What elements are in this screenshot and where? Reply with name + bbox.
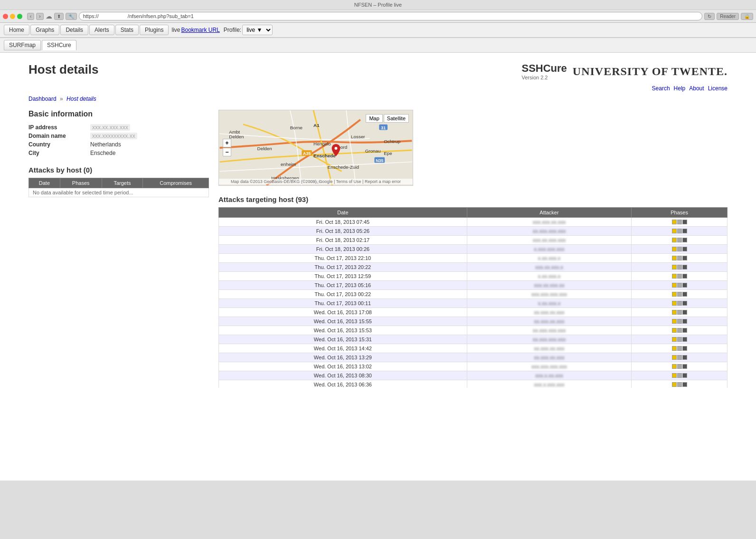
app-toolbar: Home Graphs Details Alerts Stats Plugins… <box>0 23 756 38</box>
license-link[interactable]: License <box>708 85 728 92</box>
attacker-cell: xx.xxx.xx.xxx <box>467 317 631 326</box>
ip-value: xxx.xx.xxx.xxx <box>90 124 130 131</box>
share-button[interactable]: ⬆ <box>54 13 64 20</box>
map-controls: Map Satellite <box>366 114 409 123</box>
table-row[interactable]: Wed. Oct 16, 2013 15:53xx.xxx.xxx.xxx <box>219 326 728 335</box>
table-row[interactable]: Thu. Oct 17, 2013 00:11x.xx.xxx.x <box>219 299 728 308</box>
table-row[interactable]: Wed. Oct 16, 2013 15:55xx.xxx.xx.xxx <box>219 317 728 326</box>
table-row[interactable]: Thu. Oct 17, 2013 00:22xxx.xxx.xxx.xxx <box>219 290 728 299</box>
table-row[interactable]: Wed. Oct 16, 2013 08:30xxx.x.xx.xxx <box>219 371 728 380</box>
table-row[interactable]: Wed. Oct 16, 2013 13:29xx.xxx.xx.xxx <box>219 353 728 362</box>
phase-box-1 <box>677 238 682 242</box>
table-row[interactable]: Wed. Oct 16, 2013 13:02xxx.xxx.xxx.xxx <box>219 362 728 371</box>
browser-titlebar: NFSEN – Profile live <box>0 0 756 10</box>
phase-box-0 <box>672 247 677 251</box>
phase-box-1 <box>677 364 682 369</box>
profile-select[interactable]: live ▼ <box>242 25 273 35</box>
table-row[interactable]: Thu. Oct 17, 2013 20:22xxx.xx.xxx.x <box>219 263 728 272</box>
plugins-button[interactable]: Plugins <box>140 25 169 35</box>
address-bar[interactable] <box>79 12 703 20</box>
host-details-link[interactable]: Host details <box>66 96 96 102</box>
bookmark-url-link[interactable]: Bookmark URL <box>181 27 219 33</box>
attacks-targeting-title: Attacks targeting host (93) <box>218 195 728 203</box>
attacker-cell: xx.xxx.xxx.xxx <box>467 335 631 344</box>
page-header: Host details SSHCure Version 2.2 UNIVERS… <box>0 53 756 85</box>
date-cell: Fri. Oct 18, 2013 02:17 <box>219 236 467 245</box>
table-row[interactable]: Thu. Oct 17, 2013 22:10x.xx.xxx.x <box>219 254 728 263</box>
table-row[interactable]: Thu. Oct 17, 2013 05:16xxx.xx.xxx.xx <box>219 281 728 290</box>
phase-box-0 <box>672 220 677 224</box>
phase-box-2 <box>682 292 687 297</box>
attacks-targeting-table-wrap[interactable]: Date Attacker Phases Fri. Oct 18, 2013 0… <box>218 207 728 388</box>
secure-button[interactable]: 🔒 <box>741 13 753 20</box>
table-row[interactable]: Fri. Oct 18, 2013 02:17xxx.xx.xxx.xxx <box>219 236 728 245</box>
phase-box-0 <box>672 373 677 378</box>
zoom-in-button[interactable]: + <box>223 139 231 147</box>
phase-box-2 <box>682 337 687 342</box>
back-button[interactable]: ‹ <box>27 13 34 20</box>
phase-box-0 <box>672 265 677 270</box>
map-label-gronau: Gronau <box>365 148 381 154</box>
browser-title: NFSEN – Profile live <box>354 2 402 8</box>
phases-cell <box>632 299 728 308</box>
phase-box-2 <box>682 247 687 251</box>
attacker-cell: x.xx.xxx.x <box>467 254 631 263</box>
about-link[interactable]: About <box>689 85 704 92</box>
table-row[interactable]: Thu. Oct 17, 2013 12:59x.xx.xxx.x <box>219 272 728 281</box>
sshcure-tab[interactable]: SSHCure <box>42 40 76 50</box>
breadcrumb-separator: » <box>60 96 65 102</box>
table-row[interactable]: Fri. Oct 18, 2013 05:26xx.xxx.xxx.xxx <box>219 227 728 236</box>
help-link[interactable]: Help <box>674 85 686 92</box>
forward-button[interactable]: › <box>36 13 43 20</box>
surfmap-tab[interactable]: SURFmap <box>4 40 41 50</box>
table-row[interactable]: Wed. Oct 16, 2013 06:36xxx.x.xxx.xxx <box>219 380 728 388</box>
table-row[interactable]: Wed. Oct 16, 2013 14:42xx.xxx.xx.xxx <box>219 344 728 353</box>
map-pin-center <box>335 147 338 150</box>
home-button[interactable]: Home <box>4 25 29 35</box>
maximize-button[interactable] <box>17 14 22 19</box>
table-row[interactable]: Wed. Oct 16, 2013 17:08xx.xxx.xx.xxx <box>219 308 728 317</box>
table-row[interactable]: Fri. Oct 18, 2013 00:26x.xxx.xxx.xxx <box>219 245 728 254</box>
phases-cell <box>632 362 728 371</box>
map-label-enschede: Enschede <box>313 153 336 158</box>
phase-box-2 <box>682 283 687 288</box>
reload-button[interactable]: ↻ <box>704 13 715 20</box>
alerts-button[interactable]: Alerts <box>89 25 114 35</box>
attacker-cell: x.xxx.xxx.xxx <box>467 245 631 254</box>
phase-box-1 <box>677 319 682 324</box>
map-label-a1: A1 <box>313 123 320 128</box>
search-link[interactable]: Search <box>652 85 670 92</box>
stats-button[interactable]: Stats <box>115 25 139 35</box>
phases-cell <box>632 335 728 344</box>
close-button[interactable] <box>3 14 8 19</box>
phase-box-2 <box>682 301 687 306</box>
table-row[interactable]: Fri. Oct 18, 2013 07:45xxx.xxx.xx.xxx <box>219 218 728 227</box>
date-cell: Wed. Oct 16, 2013 15:53 <box>219 326 467 335</box>
map-label-enhet: enheim <box>281 162 296 167</box>
phase-box-0 <box>672 364 677 369</box>
details-button[interactable]: Details <box>60 25 88 35</box>
phases-cell <box>632 254 728 263</box>
phases-cell <box>632 227 728 236</box>
main-content: Host details SSHCure Version 2.2 UNIVERS… <box>0 53 756 481</box>
table-row[interactable]: Wed. Oct 16, 2013 15:31xx.xxx.xxx.xxx <box>219 335 728 344</box>
page-title: Host details <box>28 62 98 77</box>
traffic-lights <box>3 14 22 19</box>
country-label: Country <box>28 141 90 148</box>
satellite-button[interactable]: Satellite <box>384 114 409 123</box>
reader-button[interactable]: Reader <box>717 13 739 20</box>
date-cell: Thu. Oct 17, 2013 00:11 <box>219 299 467 308</box>
map-button[interactable]: Map <box>366 114 382 123</box>
tools-button[interactable]: 🔧 <box>66 13 77 20</box>
graphs-button[interactable]: Graphs <box>30 25 59 35</box>
dashboard-link[interactable]: Dashboard <box>28 96 57 102</box>
map-label-losser: Losser <box>351 134 365 139</box>
phases-cell <box>632 245 728 254</box>
date-cell: Thu. Oct 17, 2013 12:59 <box>219 272 467 281</box>
zoom-out-button[interactable]: − <box>223 148 231 156</box>
minimize-button[interactable] <box>10 14 15 19</box>
attacker-cell: xxx.xxx.xxx.xxx <box>467 290 631 299</box>
map-label-hengelo: Hengelo <box>313 141 331 146</box>
cloud-icon[interactable]: ☁ <box>46 12 52 20</box>
attacker-cell: xxx.x.xxx.xxx <box>467 380 631 388</box>
